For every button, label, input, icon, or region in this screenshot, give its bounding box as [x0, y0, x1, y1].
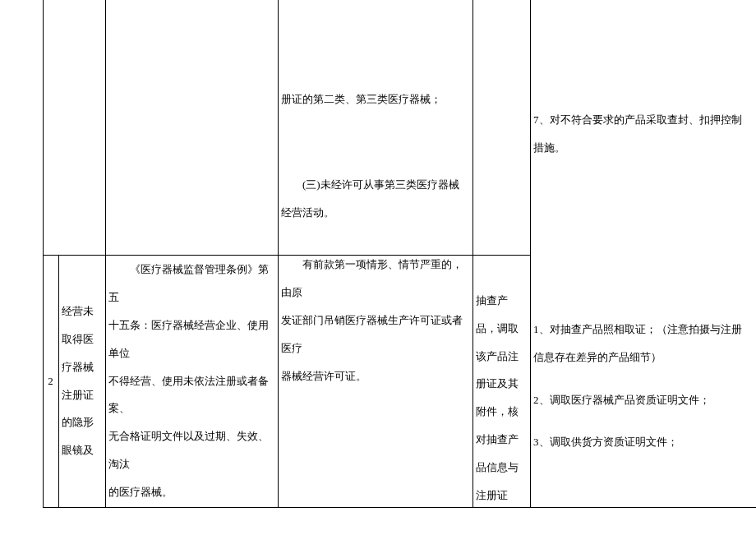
row2-col3-line3: 不得经营、使用未依法注册或者备案、	[108, 367, 274, 423]
row1-col6-measures: 7、对不符合要求的产品采取查封、扣押控制措施。	[530, 0, 752, 255]
col4-text-1: 册证的第二类、第三类医疗器械；	[281, 85, 469, 113]
row2-col6-item3: 3、调取供货方资质证明文件；	[533, 428, 749, 456]
row2-col2-violation-name: 经营未取得医疗器械注册证的隐形眼镜及	[58, 255, 105, 507]
row2-col3-line1: 《医疗器械监督管理条例》第五	[108, 256, 274, 311]
row2-col3-legal-basis: 《医疗器械监督管理条例》第五 十五条：医疗器械经营企业、使用单位 不得经营、使用…	[105, 255, 278, 507]
row2-col3-line2: 十五条：医疗器械经营企业、使用单位	[108, 311, 274, 367]
regulation-table: 册证的第二类、第三类医疗器械； (三)未经许可从事第三类医疗器械经营活动。 有前…	[0, 0, 756, 535]
row2-col6-evidence: 1、对抽查产品照相取证；（注意拍摄与注册信息存在差异的产品细节） 2、调取医疗器…	[530, 255, 752, 507]
col4-text-3a: 有前款第一项情形、情节严重的，由原	[281, 251, 469, 307]
row1-col6-item7: 7、对不符合要求的产品采取查封、扣押控制措施。	[533, 106, 749, 162]
col4-text-2: (三)未经许可从事第三类医疗器械经营活动。	[281, 171, 469, 227]
row2-col5-inspection: 抽查产品，调取该产品注册证及其附件，核对抽查产品信息与注册证	[472, 255, 530, 507]
row2-col6-item2: 2、调取医疗器械产品资质证明文件；	[533, 386, 749, 414]
row2-col3-line5: 的医疗器械。	[108, 478, 274, 506]
col4-legal-provisions: 册证的第二类、第三类医疗器械； (三)未经许可从事第三类医疗器械经营活动。 有前…	[278, 0, 472, 507]
row2-col1-number: 2	[43, 255, 58, 507]
hline-bottom	[43, 507, 756, 508]
row2-col6-item1: 1、对抽查产品照相取证；（注意拍摄与注册信息存在差异的产品细节）	[533, 316, 749, 371]
col4-text-3c: 器械经营许可证。	[281, 362, 469, 390]
col4-text-3b: 发证部门吊销医疗器械生产许可证或者医疗	[281, 307, 469, 362]
row2-col3-line4: 无合格证明文件以及过期、失效、淘汰	[108, 422, 274, 478]
